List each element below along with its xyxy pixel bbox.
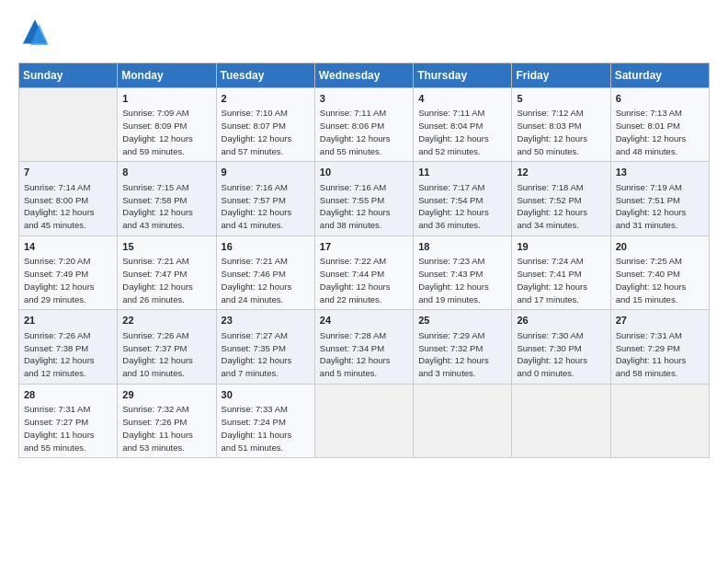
day-number: 29 — [122, 388, 210, 402]
day-info: Sunrise: 7:09 AM Sunset: 8:09 PM Dayligh… — [122, 107, 210, 157]
day-info: Sunrise: 7:23 AM Sunset: 7:43 PM Dayligh… — [418, 255, 506, 305]
day-info: Sunrise: 7:15 AM Sunset: 7:58 PM Dayligh… — [122, 181, 210, 232]
day-info: Sunrise: 7:17 AM Sunset: 7:54 PM Dayligh… — [418, 181, 506, 232]
day-info: Sunrise: 7:13 AM Sunset: 8:01 PM Dayligh… — [616, 107, 704, 157]
calendar-week-row: 21Sunrise: 7:26 AM Sunset: 7:38 PM Dayli… — [19, 310, 710, 384]
day-info: Sunrise: 7:16 AM Sunset: 7:55 PM Dayligh… — [320, 181, 408, 232]
header — [18, 17, 710, 50]
weekday-header: Friday — [512, 63, 610, 88]
calendar-cell — [314, 384, 413, 457]
day-number: 3 — [320, 92, 408, 106]
day-info: Sunrise: 7:24 AM Sunset: 7:41 PM Dayligh… — [517, 255, 605, 305]
calendar-cell: 17Sunrise: 7:22 AM Sunset: 7:44 PM Dayli… — [314, 236, 413, 309]
day-number: 25 — [418, 314, 506, 327]
weekday-header: Wednesday — [314, 63, 413, 88]
day-info: Sunrise: 7:21 AM Sunset: 7:46 PM Dayligh… — [222, 255, 310, 305]
calendar-cell: 27Sunrise: 7:31 AM Sunset: 7:29 PM Dayli… — [610, 310, 709, 384]
calendar-cell: 5Sunrise: 7:12 AM Sunset: 8:03 PM Daylig… — [512, 88, 610, 162]
day-number: 18 — [418, 240, 506, 254]
day-number: 26 — [517, 314, 605, 327]
day-number: 23 — [222, 314, 310, 327]
calendar-cell: 23Sunrise: 7:27 AM Sunset: 7:35 PM Dayli… — [216, 310, 314, 384]
header-row: SundayMondayTuesdayWednesdayThursdayFrid… — [19, 63, 710, 88]
day-info: Sunrise: 7:21 AM Sunset: 7:47 PM Dayligh… — [122, 255, 210, 305]
day-info: Sunrise: 7:16 AM Sunset: 7:57 PM Dayligh… — [222, 181, 310, 232]
calendar-cell — [512, 384, 610, 457]
calendar-week-row: 1Sunrise: 7:09 AM Sunset: 8:09 PM Daylig… — [19, 88, 710, 162]
calendar-week-row: 28Sunrise: 7:31 AM Sunset: 7:27 PM Dayli… — [19, 384, 710, 457]
calendar-cell — [414, 384, 512, 457]
day-info: Sunrise: 7:28 AM Sunset: 7:34 PM Dayligh… — [320, 329, 408, 380]
calendar-cell: 12Sunrise: 7:18 AM Sunset: 7:52 PM Dayli… — [512, 162, 610, 236]
page: SundayMondayTuesdayWednesdayThursdayFrid… — [0, 0, 728, 563]
day-number: 1 — [122, 92, 210, 106]
day-number: 12 — [517, 166, 605, 179]
day-number: 30 — [222, 388, 310, 402]
day-info: Sunrise: 7:31 AM Sunset: 7:29 PM Dayligh… — [616, 329, 704, 380]
day-info: Sunrise: 7:14 AM Sunset: 8:00 PM Dayligh… — [24, 181, 112, 232]
calendar-cell: 19Sunrise: 7:24 AM Sunset: 7:41 PM Dayli… — [512, 236, 610, 309]
day-info: Sunrise: 7:20 AM Sunset: 7:49 PM Dayligh… — [24, 255, 112, 305]
calendar-cell: 7Sunrise: 7:14 AM Sunset: 8:00 PM Daylig… — [19, 162, 118, 236]
weekday-header: Tuesday — [216, 63, 314, 88]
calendar-cell: 26Sunrise: 7:30 AM Sunset: 7:30 PM Dayli… — [512, 310, 610, 384]
calendar-cell: 4Sunrise: 7:11 AM Sunset: 8:04 PM Daylig… — [414, 88, 512, 162]
day-number: 4 — [418, 92, 506, 106]
day-info: Sunrise: 7:26 AM Sunset: 7:37 PM Dayligh… — [122, 329, 210, 380]
day-number: 17 — [320, 240, 408, 254]
day-number: 13 — [616, 166, 704, 179]
calendar-cell: 18Sunrise: 7:23 AM Sunset: 7:43 PM Dayli… — [414, 236, 512, 309]
day-info: Sunrise: 7:22 AM Sunset: 7:44 PM Dayligh… — [320, 255, 408, 305]
day-number: 20 — [616, 240, 704, 254]
day-number: 5 — [517, 92, 605, 106]
day-info: Sunrise: 7:30 AM Sunset: 7:30 PM Dayligh… — [517, 329, 605, 380]
day-info: Sunrise: 7:27 AM Sunset: 7:35 PM Dayligh… — [222, 329, 310, 380]
day-info: Sunrise: 7:25 AM Sunset: 7:40 PM Dayligh… — [616, 255, 704, 305]
day-number: 16 — [222, 240, 310, 254]
calendar-cell — [19, 88, 118, 162]
day-number: 6 — [616, 92, 704, 106]
calendar-cell: 16Sunrise: 7:21 AM Sunset: 7:46 PM Dayli… — [216, 236, 314, 309]
calendar-cell: 24Sunrise: 7:28 AM Sunset: 7:34 PM Dayli… — [314, 310, 413, 384]
calendar-cell: 14Sunrise: 7:20 AM Sunset: 7:49 PM Dayli… — [19, 236, 118, 309]
calendar-cell: 30Sunrise: 7:33 AM Sunset: 7:24 PM Dayli… — [216, 384, 314, 457]
day-number: 8 — [122, 166, 210, 179]
calendar-cell: 9Sunrise: 7:16 AM Sunset: 7:57 PM Daylig… — [216, 162, 314, 236]
day-number: 21 — [24, 314, 112, 327]
calendar-cell: 20Sunrise: 7:25 AM Sunset: 7:40 PM Dayli… — [610, 236, 709, 309]
calendar-cell: 28Sunrise: 7:31 AM Sunset: 7:27 PM Dayli… — [19, 384, 118, 457]
day-info: Sunrise: 7:10 AM Sunset: 8:07 PM Dayligh… — [222, 107, 310, 157]
calendar-cell: 25Sunrise: 7:29 AM Sunset: 7:32 PM Dayli… — [414, 310, 512, 384]
calendar-cell: 22Sunrise: 7:26 AM Sunset: 7:37 PM Dayli… — [118, 310, 216, 384]
calendar-cell: 29Sunrise: 7:32 AM Sunset: 7:26 PM Dayli… — [118, 384, 216, 457]
calendar-cell: 11Sunrise: 7:17 AM Sunset: 7:54 PM Dayli… — [414, 162, 512, 236]
day-number: 7 — [24, 166, 112, 179]
calendar-cell: 13Sunrise: 7:19 AM Sunset: 7:51 PM Dayli… — [610, 162, 709, 236]
day-info: Sunrise: 7:26 AM Sunset: 7:38 PM Dayligh… — [24, 329, 112, 380]
calendar-cell: 1Sunrise: 7:09 AM Sunset: 8:09 PM Daylig… — [118, 88, 216, 162]
day-info: Sunrise: 7:12 AM Sunset: 8:03 PM Dayligh… — [517, 107, 605, 157]
day-number: 11 — [418, 166, 506, 179]
day-info: Sunrise: 7:32 AM Sunset: 7:26 PM Dayligh… — [122, 403, 210, 454]
day-info: Sunrise: 7:11 AM Sunset: 8:04 PM Dayligh… — [418, 107, 506, 157]
calendar-week-row: 7Sunrise: 7:14 AM Sunset: 8:00 PM Daylig… — [19, 162, 710, 236]
day-number: 15 — [122, 240, 210, 254]
calendar-cell: 2Sunrise: 7:10 AM Sunset: 8:07 PM Daylig… — [216, 88, 314, 162]
day-info: Sunrise: 7:18 AM Sunset: 7:52 PM Dayligh… — [517, 181, 605, 232]
logo-icon — [18, 17, 51, 50]
day-info: Sunrise: 7:33 AM Sunset: 7:24 PM Dayligh… — [222, 403, 310, 454]
day-info: Sunrise: 7:29 AM Sunset: 7:32 PM Dayligh… — [418, 329, 506, 380]
calendar-cell: 3Sunrise: 7:11 AM Sunset: 8:06 PM Daylig… — [314, 88, 413, 162]
day-info: Sunrise: 7:31 AM Sunset: 7:27 PM Dayligh… — [24, 403, 112, 454]
weekday-header: Saturday — [610, 63, 709, 88]
day-info: Sunrise: 7:11 AM Sunset: 8:06 PM Dayligh… — [320, 107, 408, 157]
day-number: 2 — [222, 92, 310, 106]
day-number: 14 — [24, 240, 112, 254]
day-number: 24 — [320, 314, 408, 327]
day-number: 27 — [616, 314, 704, 327]
calendar-cell — [610, 384, 709, 457]
weekday-header: Sunday — [19, 63, 118, 88]
calendar-cell: 6Sunrise: 7:13 AM Sunset: 8:01 PM Daylig… — [610, 88, 709, 162]
calendar-cell: 8Sunrise: 7:15 AM Sunset: 7:58 PM Daylig… — [118, 162, 216, 236]
calendar-week-row: 14Sunrise: 7:20 AM Sunset: 7:49 PM Dayli… — [19, 236, 710, 309]
